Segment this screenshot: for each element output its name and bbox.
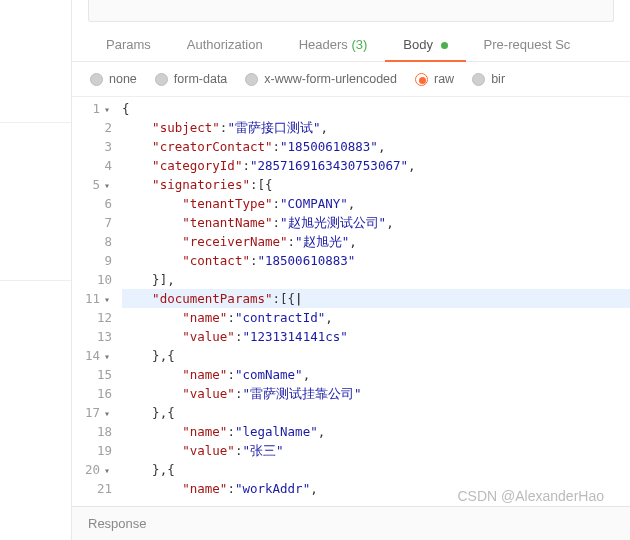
tab-authorization[interactable]: Authorization [169,28,281,62]
fold-icon[interactable]: ▾ [102,290,112,309]
radio-icon [415,73,428,86]
radio-raw-label: raw [434,72,454,86]
code-editor[interactable]: 1▾ 2 3 4 5▾ 6 7 8 9 10 11▾ 12 13 14▾ 15 … [72,97,630,506]
tab-params[interactable]: Params [88,28,169,62]
fold-icon[interactable]: ▾ [102,176,112,195]
response-section-header[interactable]: Response [72,506,630,540]
radio-icon [472,73,485,86]
fold-icon[interactable]: ▾ [102,347,112,366]
radio-icon [245,73,258,86]
tab-body-label: Body [403,37,433,52]
left-panel [0,0,72,540]
radio-binary[interactable]: bir [472,72,505,86]
code-lines[interactable]: { "subject":"雷萨接口测试", "creatorContact":"… [118,97,630,506]
radio-x-www-label: x-www-form-urlencoded [264,72,397,86]
url-bar-remnant [88,0,614,22]
fold-icon[interactable]: ▾ [102,461,112,480]
radio-icon [90,73,103,86]
fold-icon[interactable]: ▾ [102,100,112,119]
tab-body[interactable]: Body [385,28,465,62]
request-tabs: Params Authorization Headers (3) Body Pr… [72,28,630,62]
radio-raw[interactable]: raw [415,72,454,86]
fold-icon[interactable]: ▾ [102,404,112,423]
body-type-radios: none form-data x-www-form-urlencoded raw… [72,62,630,97]
body-modified-dot-icon [441,42,448,49]
radio-form-data-label: form-data [174,72,228,86]
line-gutter: 1▾ 2 3 4 5▾ 6 7 8 9 10 11▾ 12 13 14▾ 15 … [72,97,118,506]
radio-icon [155,73,168,86]
radio-none[interactable]: none [90,72,137,86]
radio-binary-label: bir [491,72,505,86]
tab-prerequest[interactable]: Pre-request Sc [466,28,589,62]
radio-x-www[interactable]: x-www-form-urlencoded [245,72,397,86]
radio-form-data[interactable]: form-data [155,72,228,86]
tab-headers[interactable]: Headers (3) [281,28,386,62]
tab-headers-count: (3) [351,37,367,52]
main-panel: Params Authorization Headers (3) Body Pr… [72,0,630,540]
tab-headers-label: Headers [299,37,348,52]
radio-none-label: none [109,72,137,86]
